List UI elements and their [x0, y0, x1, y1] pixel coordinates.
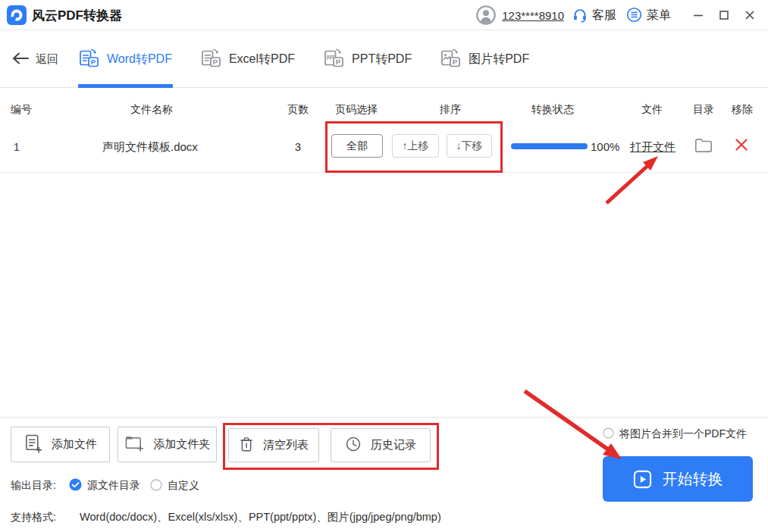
account-link[interactable]: 123****8910 [502, 9, 564, 22]
app-window: 风云PDF转换器 123****8910 客服 [0, 0, 768, 532]
ppt-to-pdf-icon: ppt P [324, 48, 344, 71]
tabbar: 返回 P Word转PDF [0, 31, 768, 88]
supported-formats-label: 支持格式: [11, 511, 56, 524]
column-header-directory: 目录 [682, 103, 725, 117]
titlebar-right-cluster: 123****8910 客服 菜单 [476, 0, 671, 30]
menu-icon[interactable] [626, 7, 643, 23]
row-index: 1 [11, 141, 23, 153]
row-filename: 声明文件模板.docx [102, 140, 198, 155]
move-up-button[interactable]: ↑上移 [392, 134, 439, 158]
progress-percent: 100% [591, 140, 619, 153]
history-button[interactable]: 历史记录 [331, 428, 431, 462]
column-header-page-select: 页码选择 [324, 103, 388, 117]
column-header-sort: 排序 [417, 103, 484, 117]
move-down-button[interactable]: ↓下移 [447, 134, 492, 158]
app-title: 风云PDF转换器 [32, 7, 122, 24]
minimize-icon[interactable] [693, 10, 704, 20]
start-convert-button[interactable]: 开始转换 [603, 456, 753, 502]
footer-divider [0, 417, 768, 418]
back-arrow-icon [12, 52, 29, 67]
source-directory-option[interactable]: 源文件目录 [69, 478, 140, 493]
word-to-pdf-icon: P [79, 48, 99, 71]
column-header-pages: 页数 [277, 103, 319, 117]
tab-excel-to-pdf[interactable]: P Excel转PDF [200, 31, 296, 88]
tab-list: P Word转PDF P Excel转PDF [78, 31, 530, 88]
custom-directory-option[interactable]: 自定义 [150, 479, 199, 493]
avatar[interactable] [476, 5, 496, 25]
add-folder-icon [124, 434, 145, 455]
remove-file-icon[interactable] [734, 137, 749, 155]
excel-to-pdf-icon: P [201, 48, 221, 71]
close-icon[interactable] [744, 10, 755, 20]
tab-ppt-to-pdf[interactable]: ppt P PPT转PDF [323, 31, 412, 88]
add-folder-button[interactable]: 添加文件夹 [118, 427, 217, 462]
open-directory-icon[interactable] [694, 138, 713, 156]
column-header-remove: 移除 [721, 103, 763, 117]
supported-formats-value: Word(doc/docx)、Excel(xls/xlsx)、PPT(ppt/p… [80, 510, 441, 524]
titlebar: 风云PDF转换器 123****8910 客服 [0, 0, 768, 30]
svg-text:P: P [336, 58, 341, 66]
progress-bar [511, 143, 588, 149]
open-file-link[interactable]: 打开文件 [630, 140, 676, 155]
image-to-pdf-icon: P [440, 48, 461, 71]
tab-word-to-pdf[interactable]: P Word转PDF [78, 31, 173, 88]
select-all-pages-button[interactable]: 全部 [331, 134, 383, 158]
tab-image-to-pdf[interactable]: P 图片转PDF [440, 31, 530, 88]
menu-button[interactable]: 菜单 [647, 8, 671, 23]
maximize-icon[interactable] [719, 10, 729, 20]
clear-list-button[interactable]: 清空列表 [228, 428, 319, 462]
play-icon [633, 470, 652, 489]
clock-icon [345, 436, 362, 455]
svg-text:P: P [453, 58, 458, 66]
merge-images-option[interactable]: 将图片合并到一个PDF文件 [603, 427, 747, 441]
column-header-filename: 文件名称 [83, 103, 220, 117]
column-header-status: 转换状态 [519, 103, 586, 117]
headset-icon[interactable] [572, 7, 588, 23]
trash-icon [239, 436, 254, 455]
app-logo-icon [7, 5, 27, 25]
svg-text:P: P [213, 58, 218, 66]
back-button[interactable]: 返回 [12, 31, 58, 88]
add-file-button[interactable]: 添加文件 [11, 427, 110, 462]
row-page-count: 3 [277, 140, 319, 153]
svg-text:P: P [91, 58, 96, 66]
customer-service-button[interactable]: 客服 [592, 8, 616, 23]
column-header-index: 编号 [11, 103, 41, 117]
output-directory-label: 输出目录: [11, 479, 56, 493]
radio-unchecked-icon [150, 479, 162, 493]
column-header-file: 文件 [631, 103, 673, 117]
radio-checked-icon [69, 478, 82, 493]
add-file-icon [24, 433, 42, 455]
output-directory-row: 输出目录: 源文件目录 自定义 [11, 478, 209, 493]
radio-unchecked-icon [603, 427, 614, 441]
